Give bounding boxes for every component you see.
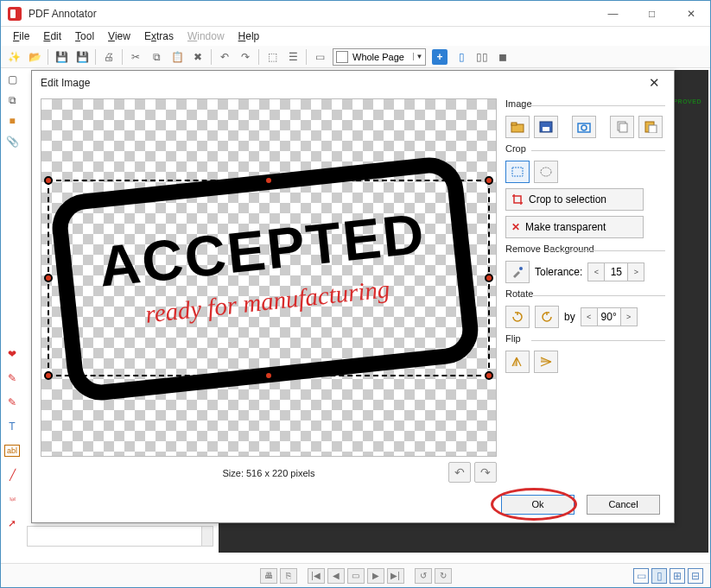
open-icon[interactable]: 📂 xyxy=(25,47,44,66)
menu-tool[interactable]: Tool xyxy=(68,28,101,44)
crop-rect-button[interactable] xyxy=(505,161,530,183)
minimize-button[interactable]: — xyxy=(594,1,632,27)
marker-icon[interactable]: ✎ xyxy=(4,395,20,410)
new-doc-icon[interactable]: ✨ xyxy=(4,47,23,66)
svg-rect-7 xyxy=(619,123,627,132)
capture-image-button[interactable] xyxy=(572,116,596,138)
copy-image-button[interactable] xyxy=(610,116,634,138)
rotate-ccw-button[interactable] xyxy=(505,306,530,328)
nav-prev-icon[interactable]: ◀ xyxy=(327,568,345,584)
menu-file[interactable]: File xyxy=(6,28,36,44)
delete-icon[interactable]: ✖ xyxy=(188,47,207,66)
line-tool-icon[interactable]: ╱ xyxy=(4,467,20,483)
nav-print-icon[interactable]: 🖶 xyxy=(260,568,277,584)
handle-w[interactable] xyxy=(44,274,53,282)
view-mode-2-icon[interactable]: ▯ xyxy=(651,568,667,584)
close-button[interactable]: ✕ xyxy=(671,1,710,27)
flip-vertical-button[interactable] xyxy=(534,351,558,373)
nav-back-icon[interactable]: ↺ xyxy=(415,568,432,584)
save-as-icon[interactable]: 💾 xyxy=(73,47,92,66)
zoom-out-icon[interactable]: ▭ xyxy=(310,47,329,66)
group-icon[interactable]: ⬚ xyxy=(263,47,282,66)
stamps-panel-header[interactable]: My Stamps ˄ xyxy=(27,526,213,547)
menu-extras[interactable]: Extras xyxy=(137,28,181,44)
flip-horizontal-button[interactable] xyxy=(505,351,530,373)
dialog-close-icon[interactable]: ✕ xyxy=(644,73,665,92)
nav-export-icon[interactable]: ⎘ xyxy=(280,568,297,584)
save-icon[interactable]: 💾 xyxy=(52,47,71,66)
tolerance-decrease[interactable]: < xyxy=(588,263,604,281)
dialog-title: Edit Image xyxy=(41,77,90,89)
section-image-label: Image xyxy=(505,98,665,111)
layout-double-icon[interactable]: ▯▯ xyxy=(473,47,492,66)
zoom-combo[interactable]: ▼ xyxy=(333,48,426,66)
rotate-spinner[interactable]: < 90° > xyxy=(581,307,638,326)
cut-icon[interactable]: ✂ xyxy=(126,47,145,66)
crop-lasso-button[interactable] xyxy=(534,161,558,183)
handle-s[interactable] xyxy=(264,371,273,380)
handle-se[interactable] xyxy=(485,371,493,380)
rotate-cw-button[interactable] xyxy=(535,306,559,328)
menu-view[interactable]: View xyxy=(101,28,137,44)
tolerance-label: Tolerance: xyxy=(535,266,582,278)
folder-tab-icon[interactable]: ■ xyxy=(4,113,20,129)
view-mode-4-icon[interactable]: ⊟ xyxy=(688,568,703,584)
eyedropper-button[interactable] xyxy=(505,261,530,283)
menu-edit[interactable]: Edit xyxy=(36,28,68,44)
paste-image-button[interactable] xyxy=(638,116,663,138)
ok-button[interactable]: Ok xyxy=(501,495,575,515)
make-transparent-button[interactable]: ✕ Make transparent xyxy=(505,216,644,238)
menu-help[interactable]: Help xyxy=(232,28,267,44)
dialog-undo-button[interactable]: ↶ xyxy=(448,462,471,483)
panel-scrollbar[interactable] xyxy=(201,526,213,547)
handle-n[interactable] xyxy=(264,176,273,185)
print-icon[interactable]: 🖨 xyxy=(99,47,118,66)
save-image-button[interactable] xyxy=(534,116,558,138)
abl-tool-icon[interactable]: abl xyxy=(4,445,20,457)
nav-last-icon[interactable]: ▶| xyxy=(387,568,404,584)
attachment-tab-icon[interactable]: 📎 xyxy=(4,134,20,149)
heart-icon[interactable]: ❤ xyxy=(4,346,20,362)
view-mode-3-icon[interactable]: ⊞ xyxy=(670,568,685,584)
stamp-tool-icon[interactable]: ⎃ xyxy=(4,491,20,507)
svg-rect-9 xyxy=(649,125,657,133)
handle-nw[interactable] xyxy=(44,176,53,185)
cancel-button[interactable]: Cancel xyxy=(587,495,660,515)
redo-icon[interactable]: ↷ xyxy=(236,47,255,66)
pages-tab-icon[interactable]: ⧉ xyxy=(4,92,20,108)
nav-fwd-icon[interactable]: ↻ xyxy=(435,568,452,584)
stamp-list-icon[interactable]: ☰ xyxy=(283,47,302,66)
rotate-increase[interactable]: > xyxy=(621,308,637,326)
pen-icon[interactable]: ✎ xyxy=(4,370,20,386)
svg-point-12 xyxy=(519,267,523,270)
copy-icon[interactable]: ⧉ xyxy=(147,47,166,66)
zoom-input[interactable] xyxy=(351,52,413,62)
rotate-by-label: by xyxy=(564,311,575,323)
rotate-decrease[interactable]: < xyxy=(581,308,597,326)
dialog-redo-button[interactable]: ↷ xyxy=(474,462,497,483)
image-canvas[interactable]: ACCEPTED ready for manufacturing xyxy=(41,98,497,457)
zoom-dropdown[interactable]: ▼ xyxy=(413,53,425,60)
nav-next-icon[interactable]: ▶ xyxy=(367,568,384,584)
tolerance-increase[interactable]: > xyxy=(628,263,644,281)
crop-selection[interactable] xyxy=(48,180,490,376)
handle-sw[interactable] xyxy=(44,371,53,380)
window-title: PDF Annotator xyxy=(29,8,97,20)
view-mode-1-icon[interactable]: ▭ xyxy=(633,568,649,584)
nav-page-icon[interactable]: ▭ xyxy=(347,568,365,584)
open-image-button[interactable] xyxy=(505,116,530,138)
paste-icon[interactable]: 📋 xyxy=(168,47,187,66)
nav-first-icon[interactable]: |◀ xyxy=(308,568,325,584)
handle-ne[interactable] xyxy=(485,176,493,185)
arrow-tool-icon[interactable]: ➚ xyxy=(4,515,20,531)
handle-e[interactable] xyxy=(485,274,493,282)
zoom-plus-button[interactable]: + xyxy=(432,49,448,65)
crop-to-selection-button[interactable]: Crop to selection xyxy=(505,188,644,211)
text-tool-icon[interactable]: T xyxy=(4,419,20,434)
tolerance-spinner[interactable]: < 15 > xyxy=(587,262,644,281)
page-tab-icon[interactable]: ▢ xyxy=(4,72,20,87)
layout-dark-icon[interactable]: ◼ xyxy=(493,47,512,66)
maximize-button[interactable]: □ xyxy=(632,1,671,27)
undo-icon[interactable]: ↶ xyxy=(215,47,234,66)
layout-single-icon[interactable]: ▯ xyxy=(452,47,471,66)
